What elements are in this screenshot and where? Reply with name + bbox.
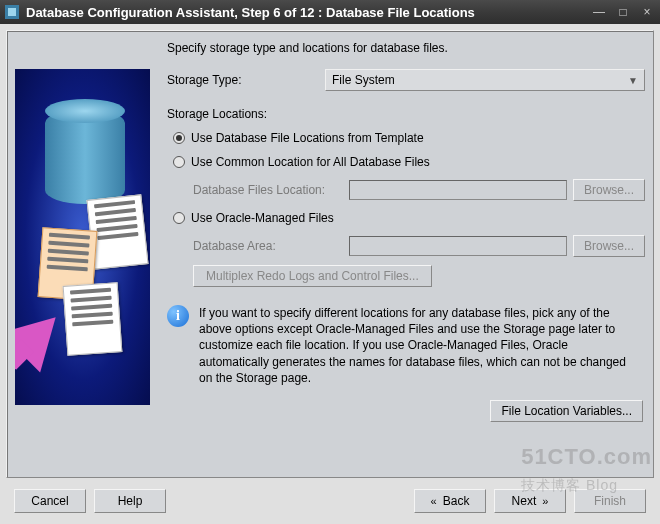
help-button[interactable]: Help [94, 489, 166, 513]
side-graphic [15, 69, 155, 469]
db-files-location-input[interactable] [349, 180, 567, 200]
storage-locations-label: Storage Locations: [167, 107, 645, 121]
next-arrow-icon: » [542, 495, 548, 507]
radio-template-label: Use Database File Locations from Templat… [191, 131, 424, 145]
close-button[interactable]: × [638, 4, 656, 20]
storage-type-value: File System [332, 73, 395, 87]
info-text: If you want to specify different locatio… [199, 305, 641, 386]
chevron-down-icon: ▼ [628, 75, 638, 86]
radio-icon [173, 212, 185, 224]
radio-omf-label: Use Oracle-Managed Files [191, 211, 334, 225]
footer: Cancel Help « Back Next » Finish [6, 478, 654, 518]
multiplex-button[interactable]: Multiplex Redo Logs and Control Files... [193, 265, 432, 287]
db-files-location-label: Database Files Location: [193, 183, 343, 197]
database-area-input[interactable] [349, 236, 567, 256]
browse-omf-button[interactable]: Browse... [573, 235, 645, 257]
database-area-label: Database Area: [193, 239, 343, 253]
storage-type-label: Storage Type: [167, 73, 317, 87]
window-title: Database Configuration Assistant, Step 6… [26, 5, 584, 20]
app-icon [4, 4, 20, 20]
info-box: i If you want to specify different locat… [167, 305, 645, 386]
info-icon: i [167, 305, 189, 327]
file-location-variables-button[interactable]: File Location Variables... [490, 400, 643, 422]
radio-template[interactable]: Use Database File Locations from Templat… [173, 131, 645, 145]
radio-common[interactable]: Use Common Location for All Database Fil… [173, 155, 645, 169]
cancel-button[interactable]: Cancel [14, 489, 86, 513]
content-frame: Specify storage type and locations for d… [6, 30, 654, 478]
radio-common-label: Use Common Location for All Database Fil… [191, 155, 430, 169]
back-arrow-icon: « [431, 495, 437, 507]
window-body: Specify storage type and locations for d… [0, 24, 660, 524]
minimize-button[interactable]: — [590, 4, 608, 20]
finish-button[interactable]: Finish [574, 489, 646, 513]
radio-group: Use Database File Locations from Templat… [173, 131, 645, 287]
radio-icon [173, 132, 185, 144]
next-label: Next [512, 494, 537, 508]
storage-type-row: Storage Type: File System ▼ [167, 69, 645, 91]
maximize-button[interactable]: □ [614, 4, 632, 20]
main-pane: Specify storage type and locations for d… [167, 39, 645, 469]
instruction-text: Specify storage type and locations for d… [167, 41, 645, 55]
storage-type-select[interactable]: File System ▼ [325, 69, 645, 91]
radio-omf[interactable]: Use Oracle-Managed Files [173, 211, 645, 225]
titlebar: Database Configuration Assistant, Step 6… [0, 0, 660, 24]
browse-common-button[interactable]: Browse... [573, 179, 645, 201]
svg-rect-1 [8, 8, 16, 16]
next-button[interactable]: Next » [494, 489, 566, 513]
radio-icon [173, 156, 185, 168]
back-button[interactable]: « Back [414, 489, 486, 513]
database-area-row: Database Area: Browse... [193, 235, 645, 257]
db-files-location-row: Database Files Location: Browse... [193, 179, 645, 201]
back-label: Back [443, 494, 470, 508]
